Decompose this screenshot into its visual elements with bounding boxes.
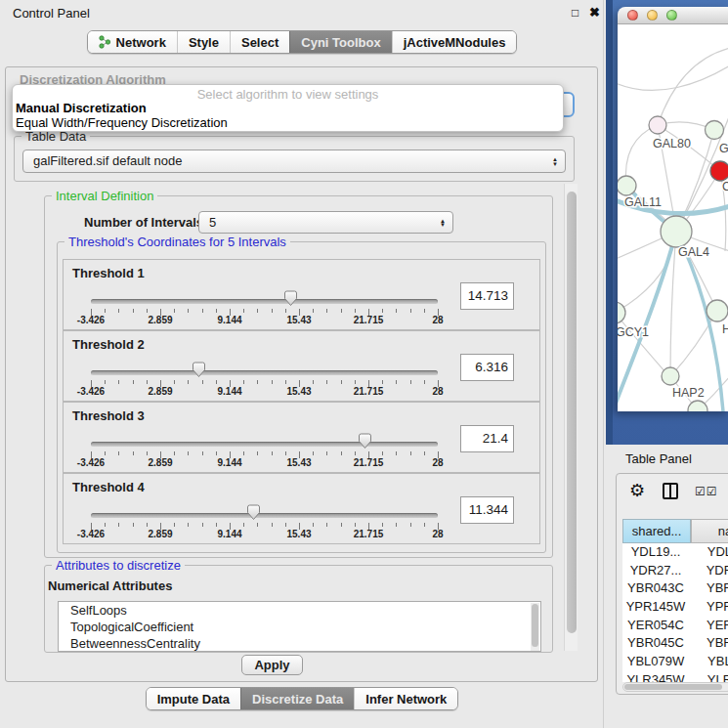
tab-select[interactable]: Select [230,31,289,53]
table-row[interactable]: YBR045CYBR0 [622,634,728,653]
threshold-1-slider[interactable]: -3.4262.8599.14415.4321.71528 [91,260,438,331]
column-checkboxes-icon[interactable]: ☑☑ [695,485,718,498]
node-hap2[interactable] [662,367,679,385]
table-row[interactable]: YPR145WYPR1 [622,598,728,617]
list-scrollbar-thumb[interactable] [532,604,538,647]
tab-jactivemnodules[interactable]: jActiveMNodules [392,31,517,53]
list-scrollbar[interactable] [531,603,539,652]
tab-discretize-data[interactable]: Discretize Data [240,688,354,709]
table-row[interactable]: YLR345WYLR3 [622,671,728,682]
table-row[interactable]: YER054CYER0 [622,617,728,635]
table-cell-name[interactable]: YPR1 [689,598,728,617]
column-header-shared-name[interactable]: shared... [622,519,691,543]
scale-tick-label: 21.715 [354,457,384,468]
threshold-4-slider[interactable]: -3.4262.8599.14415.4321.71528 [91,474,438,545]
close-icon[interactable]: ✖ [589,5,600,20]
node-gal80[interactable] [649,116,666,134]
numerical-attributes-list[interactable]: SelfLoopsTopologicalCoefficientBetweenne… [58,601,541,652]
tab-network-label: Network [116,35,166,50]
mac-close-icon[interactable] [627,10,638,21]
table-row[interactable]: YBR043CYBR0 [622,579,728,598]
table-cell-name[interactable]: YBR0 [689,634,728,653]
tab-network[interactable]: Network [88,31,177,53]
attributes-group-title: Attributes to discretize [52,558,185,573]
threshold-3-slider[interactable]: -3.4262.8599.14415.4321.71528 [91,403,438,474]
table-row[interactable]: YDR27...YDR2 [622,562,728,580]
apply-button[interactable]: Apply [241,655,303,675]
table-cell-shared-name[interactable]: YBR045C [622,634,689,653]
table-cell-shared-name[interactable]: YPR145W [622,598,689,617]
table-cell-shared-name[interactable]: YDL19... [622,543,689,562]
slider-thumb[interactable] [358,433,372,450]
threshold-1-value[interactable]: 14.713 [460,282,514,310]
threshold-1-panel: Threshold 1 -3.4262.8599.14415.4321.7152… [63,259,540,330]
threshold-3-value[interactable]: 21.4 [460,425,514,452]
slider-track[interactable] [91,442,438,447]
attribute-list-item[interactable]: TopologicalCoefficient [59,619,540,635]
node-top-right[interactable] [706,121,724,140]
slider-track[interactable] [91,370,438,375]
tab-infer-network[interactable]: Infer Network [354,688,457,709]
table-cell-shared-name[interactable]: YDR27... [622,562,689,580]
table-panel-title: Table Panel [625,451,692,466]
threshold-2-panel: Threshold 2 -3.4262.8599.14415.4321.7152… [63,330,540,402]
panel-vertical-scrollbar-thumb[interactable] [567,192,577,633]
node-red-selected[interactable] [710,161,728,181]
float-window-icon[interactable]: □ [572,6,578,20]
gear-icon[interactable]: ⚙ [629,480,645,501]
top-tabbar: Network Style Select Cyni Toolbox jActiv… [0,30,604,54]
scale-tick-label: 15.43 [286,386,311,397]
table-cell-name[interactable]: YDR2 [689,562,728,580]
combobox-spinner-icon[interactable]: ▲ ▼ [552,157,558,166]
node-label: H [722,322,728,336]
table-cell-name[interactable]: YBL0 [689,653,728,671]
table-data-combobox[interactable]: galFiltered.sif default node ▲ ▼ [22,150,566,173]
attribute-list-item[interactable]: SelfLoops [59,602,540,619]
slider-thumb[interactable] [192,362,206,378]
table-cell-name[interactable]: YER0 [689,617,728,635]
mac-zoom-icon[interactable] [666,10,677,21]
node-gal4[interactable] [661,216,692,247]
table-cell-shared-name[interactable]: YER054C [622,617,689,635]
scale-tick-label: 21.715 [354,315,384,325]
column-header-name[interactable]: na [691,519,728,543]
table-row[interactable]: YDL19...YDL1 [622,543,728,562]
threshold-2-value[interactable]: 6.316 [460,354,514,381]
threshold-4-value[interactable]: 11.344 [460,496,514,524]
table-cell-name[interactable]: YLR3 [689,671,728,682]
algorithm-option-manual[interactable]: Manual Discretization [13,101,563,115]
slider-track[interactable] [91,299,438,304]
node-right-mid[interactable] [707,300,728,321]
network-window-titlebar[interactable] [618,7,728,24]
tab-cyni-toolbox[interactable]: Cyni Toolbox [289,31,391,53]
threshold-2-slider[interactable]: -3.4262.8599.14415.4321.71528 [91,331,438,403]
scale-tick-label: 9.144 [217,386,241,397]
attribute-list-item[interactable]: BetweennessCentrality [59,635,540,652]
node-gal11[interactable] [618,176,636,195]
table-cell-shared-name[interactable]: YBL079W [622,653,689,671]
algorithm-dropdown-popup: Select algorithm to view settings Manual… [12,84,564,132]
mac-minimize-icon[interactable] [647,10,658,21]
tab-impute-data[interactable]: Impute Data [147,688,240,709]
slider-thumb[interactable] [283,290,298,307]
split-panel-icon[interactable] [663,483,678,499]
table-horizontal-scrollbar-thumb[interactable] [624,684,722,690]
algorithm-option-equal-width[interactable]: Equal Width/Frequency Discretization [13,115,563,130]
number-of-intervals-combobox[interactable]: 5 ▲ ▼ [198,211,453,234]
slider-thumb[interactable] [246,504,261,521]
slider-track[interactable] [91,513,438,518]
table-cell-name[interactable]: YDL1 [689,543,728,562]
table-cell-name[interactable]: YBR0 [689,579,728,598]
panel-vertical-scrollbar[interactable] [564,184,578,651]
table-horizontal-scrollbar[interactable] [622,682,728,692]
tab-style[interactable]: Style [177,31,230,53]
table-row[interactable]: YBL079WYBL0 [622,653,728,671]
table-cell-shared-name[interactable]: YLR345W [622,671,689,682]
network-canvas[interactable]: GAL80 GA C GAL11 GAL4 GCY1 H HAP2 [618,24,728,411]
table-cell-shared-name[interactable]: YBR043C [622,579,689,598]
network-view-window[interactable]: GAL80 GA C GAL11 GAL4 GCY1 H HAP2 [618,7,728,411]
slider-scale-labels: -3.4262.8599.14415.4321.71528 [91,386,438,398]
control-panel: Control Panel □ ✖ Network Style Select C [0,0,604,728]
node-gcy1[interactable] [618,302,625,323]
combobox-spinner-icon[interactable]: ▲ ▼ [440,218,446,227]
